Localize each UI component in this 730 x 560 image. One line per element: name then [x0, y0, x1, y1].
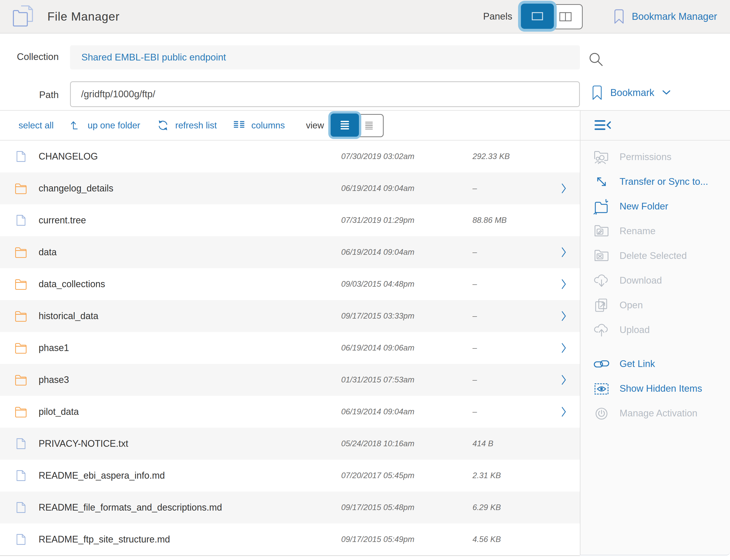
- file-name: phase3: [39, 374, 341, 385]
- sidebar-item-delete: Delete Selected: [580, 243, 730, 268]
- file-name: pilot_data: [39, 406, 341, 417]
- file-name: data: [39, 247, 341, 258]
- file-name: PRIVACY-NOTICE.txt: [39, 438, 341, 449]
- file-date: 09/17/2015 05:48pm: [341, 503, 473, 512]
- single-panel-icon: [531, 11, 544, 22]
- search-icon[interactable]: [588, 51, 605, 68]
- file-size: –: [473, 407, 560, 416]
- chevron-right-icon[interactable]: [560, 374, 568, 386]
- sidebar-item-label: Show Hidden Items: [620, 383, 702, 394]
- sidebar-item-download: Download: [580, 268, 730, 293]
- sidebar-item-label: Transfer or Sync to...: [620, 176, 708, 187]
- table-row[interactable]: data 06/19/2014 09:04am –: [0, 236, 580, 268]
- file-icon: [14, 501, 28, 514]
- table-row[interactable]: phase3 01/31/2015 07:53am –: [0, 364, 580, 396]
- view-toggle: [330, 114, 384, 137]
- file-name: README_ebi_aspera_info.md: [39, 470, 341, 481]
- folder-icon: [14, 246, 28, 259]
- sidebar-item-label: Upload: [620, 325, 650, 335]
- file-icon: [14, 214, 28, 227]
- open-icon: [593, 297, 610, 313]
- file-name: changelog_details: [39, 183, 341, 194]
- file-size: 4.56 KB: [473, 535, 560, 544]
- file-date: 06/19/2014 09:04am: [341, 248, 473, 257]
- chevron-right-icon[interactable]: [560, 246, 568, 258]
- collapse-panel-icon[interactable]: [593, 118, 613, 133]
- file-size: 414 B: [473, 439, 560, 448]
- sidebar-item-label: Delete Selected: [620, 250, 687, 261]
- file-name: README_ftp_site_structure.md: [39, 534, 341, 545]
- chevron-right-icon[interactable]: [560, 342, 568, 354]
- sidebar-item-show-hidden[interactable]: Show Hidden Items: [580, 376, 730, 401]
- panels-label: Panels: [483, 11, 512, 22]
- sidebar-item-label: Download: [620, 275, 662, 286]
- table-row[interactable]: README_ebi_aspera_info.md 07/20/2017 05:…: [0, 460, 580, 492]
- chevron-right-icon[interactable]: [560, 310, 568, 322]
- file-name: current.tree: [39, 215, 341, 226]
- collection-field[interactable]: Shared EMBL-EBI public endpoint: [70, 45, 580, 69]
- bookmark-manager-link[interactable]: Bookmark Manager: [614, 9, 717, 24]
- file-size: –: [473, 248, 560, 257]
- table-row[interactable]: README_file_formats_and_descriptions.md …: [0, 492, 580, 523]
- file-icon: [14, 533, 28, 546]
- single-panel-button[interactable]: [521, 4, 554, 29]
- table-row[interactable]: data_collections 09/03/2015 04:48pm –: [0, 268, 580, 300]
- view-label: view: [306, 120, 324, 130]
- up-arrow-icon: [69, 119, 82, 132]
- table-row[interactable]: pilot_data 06/19/2014 09:04am –: [0, 396, 580, 428]
- download-icon: [593, 272, 610, 289]
- sidebar-item-new-folder[interactable]: New Folder: [580, 194, 730, 219]
- file-date: 09/17/2015 03:33pm: [341, 311, 473, 321]
- file-name: data_collections: [39, 279, 341, 290]
- new-folder-icon: [593, 198, 610, 215]
- file-date: 06/19/2014 09:04am: [341, 407, 473, 416]
- file-size: –: [473, 343, 560, 353]
- file-date: 09/03/2015 04:48pm: [341, 279, 473, 289]
- file-date: 01/31/2015 07:53am: [341, 375, 473, 384]
- panels-toggle: [521, 4, 583, 29]
- table-row[interactable]: CHANGELOG 07/30/2019 03:02am 292.33 KB: [0, 141, 580, 172]
- table-row[interactable]: changelog_details 06/19/2014 09:04am –: [0, 172, 580, 204]
- transfer-icon: [593, 173, 610, 190]
- page-title: File Manager: [47, 10, 119, 23]
- sidebar-item-transfer[interactable]: Transfer or Sync to...: [580, 169, 730, 194]
- upload-icon: [593, 322, 610, 338]
- folder-icon: [14, 277, 28, 291]
- table-row[interactable]: current.tree 07/31/2019 01:29pm 88.86 MB: [0, 204, 580, 236]
- rename-icon: [593, 223, 610, 239]
- file-manager-icon: [12, 5, 37, 28]
- sidebar-item-manage-activation: Manage Activation: [580, 401, 730, 426]
- columns-icon: [233, 119, 246, 131]
- file-date: 05/24/2018 10:16am: [341, 439, 473, 448]
- bookmark-dropdown[interactable]: Bookmark: [592, 85, 671, 100]
- columns-button[interactable]: columns: [233, 119, 285, 131]
- sidebar-item-get-link[interactable]: Get Link: [580, 352, 730, 376]
- list-view-button[interactable]: [330, 113, 359, 137]
- table-row[interactable]: historical_data 09/17/2015 03:33pm –: [0, 300, 580, 332]
- sidebar-item-label: Manage Activation: [620, 408, 697, 419]
- chevron-right-icon[interactable]: [560, 182, 568, 194]
- file-date: 07/30/2019 03:02am: [341, 152, 473, 161]
- refresh-list-button[interactable]: refresh list: [156, 119, 217, 132]
- table-row[interactable]: phase1 06/19/2014 09:06am –: [0, 332, 580, 364]
- select-all-button[interactable]: select all: [19, 120, 54, 130]
- chevron-right-icon[interactable]: [560, 406, 568, 418]
- toolbar: select all up one folder: [0, 110, 730, 141]
- file-size: –: [473, 279, 560, 289]
- file-icon: [14, 150, 28, 163]
- file-date: 06/19/2014 09:04am: [341, 184, 473, 193]
- chevron-right-icon[interactable]: [560, 278, 568, 290]
- table-row[interactable]: PRIVACY-NOTICE.txt 05/24/2018 10:16am 41…: [0, 428, 580, 460]
- up-one-folder-button[interactable]: up one folder: [69, 119, 140, 132]
- table-row[interactable]: README_ftp_site_structure.md 09/17/2015 …: [0, 523, 580, 555]
- file-size: 6.29 KB: [473, 503, 560, 512]
- bookmark-ribbon-icon: [614, 9, 624, 24]
- file-size: 292.33 KB: [473, 152, 560, 161]
- file-list: CHANGELOG 07/30/2019 03:02am 292.33 KB c…: [0, 141, 580, 556]
- file-size: –: [473, 184, 560, 193]
- folder-icon: [14, 309, 28, 323]
- path-label: Path: [0, 90, 59, 100]
- action-sidebar: Permissions Transfer or Sync to... New F…: [580, 141, 730, 555]
- path-input[interactable]: /gridftp/1000g/ftp/: [70, 81, 580, 107]
- chevron-down-icon: [662, 90, 671, 95]
